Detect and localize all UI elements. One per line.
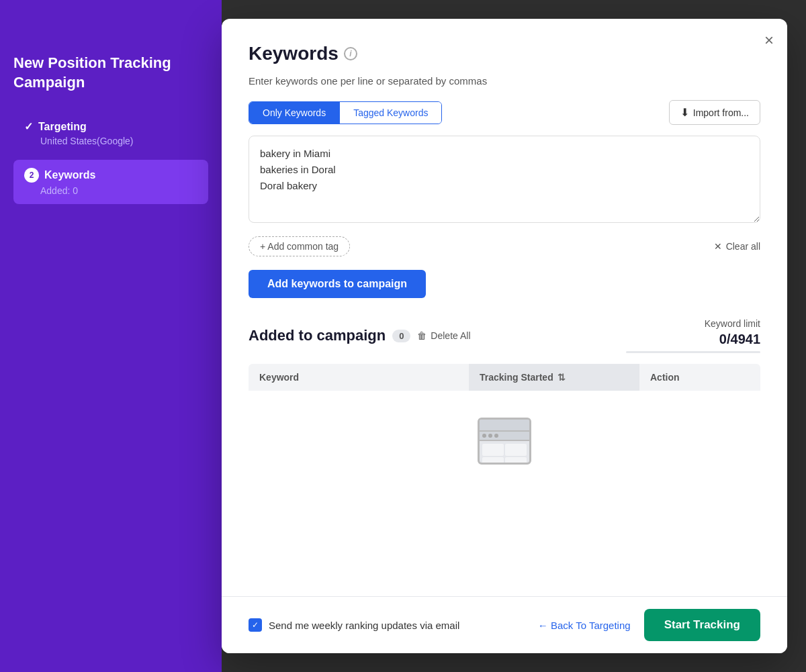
sidebar-title: New Position Tracking Campaign: [13, 54, 222, 92]
trash-icon: 🗑: [417, 330, 427, 341]
step-number: 2: [24, 168, 39, 183]
import-button[interactable]: ⬇ Import from...: [669, 100, 760, 125]
modal-body: Keywords i Enter keywords one per line o…: [222, 19, 787, 596]
import-label: Import from...: [693, 107, 749, 118]
count-badge: 0: [392, 330, 410, 342]
modal-footer: ✓ Send me weekly ranking updates via ema…: [222, 596, 787, 653]
keywords-textarea[interactable]: bakery in Miami bakeries in Doral Doral …: [249, 136, 760, 223]
clear-all-button[interactable]: ✕ Clear all: [714, 241, 760, 252]
add-keywords-button[interactable]: Add keywords to campaign: [249, 270, 426, 298]
sort-icon[interactable]: ⇅: [557, 372, 566, 383]
th-tracking[interactable]: Tracking Started ⇅: [469, 364, 639, 391]
added-section-header: Added to campaign 0 🗑 Delete All Keyword…: [249, 318, 760, 353]
checkbox-group: ✓ Send me weekly ranking updates via ema…: [249, 618, 459, 632]
sidebar-keywords-sub: Added: 0: [40, 185, 197, 196]
tab-only-keywords[interactable]: Only Keywords: [249, 102, 340, 124]
th-keyword: Keyword: [249, 364, 469, 391]
th-tracking-label: Tracking Started: [480, 372, 553, 383]
sidebar-targeting-sub: United States(Google): [40, 136, 197, 146]
added-title: Added to campaign: [249, 327, 386, 344]
sidebar-targeting-label: Targeting: [38, 121, 87, 133]
modal-subtitle: Enter keywords one per line or separated…: [249, 75, 760, 87]
limit-bar: [626, 351, 760, 353]
import-icon: ⬇: [680, 106, 689, 119]
modal: × Keywords i Enter keywords one per line…: [222, 19, 787, 653]
modal-title-text: Keywords: [249, 43, 339, 64]
back-to-targeting-button[interactable]: ← Back To Targeting: [538, 620, 631, 631]
tab-tagged-keywords[interactable]: Tagged Keywords: [340, 102, 441, 124]
clear-all-label: Clear all: [726, 241, 760, 252]
email-checkbox[interactable]: ✓: [249, 618, 262, 632]
sidebar-item-keywords[interactable]: 2 Keywords Added: 0: [13, 160, 208, 204]
add-tag-button[interactable]: + Add common tag: [249, 236, 350, 256]
keyword-limit-value: 0/4941: [719, 332, 760, 347]
sidebar-keywords-label: Keywords: [44, 169, 95, 181]
actions-row: + Add common tag ✕ Clear all: [249, 236, 760, 256]
info-icon[interactable]: i: [344, 47, 357, 60]
checkbox-label: Send me weekly ranking updates via email: [269, 620, 459, 631]
footer-nav: ← Back To Targeting Start Tracking: [538, 609, 760, 641]
modal-title-row: Keywords i: [249, 43, 760, 64]
delete-all-button[interactable]: 🗑 Delete All: [417, 330, 470, 341]
tabs-row: Only Keywords Tagged Keywords ⬇ Import f…: [249, 100, 760, 125]
tabs-group: Only Keywords Tagged Keywords: [249, 101, 442, 124]
added-title-group: Added to campaign 0 🗑 Delete All: [249, 327, 471, 344]
check-icon: ✓: [24, 120, 33, 133]
keyword-limit-label: Keyword limit: [705, 318, 760, 329]
th-action: Action: [639, 364, 760, 391]
sidebar-item-targeting[interactable]: ✓ Targeting United States(Google): [13, 112, 208, 154]
table-header: Keyword Tracking Started ⇅ Action: [249, 364, 760, 391]
keyword-limit-group: Keyword limit 0/4941: [626, 318, 760, 353]
sidebar: New Position Tracking Campaign ✓ Targeti…: [0, 0, 222, 672]
clear-x-icon: ✕: [714, 241, 722, 252]
delete-all-label: Delete All: [431, 330, 470, 341]
close-button[interactable]: ×: [764, 32, 774, 48]
empty-browser-icon: [478, 418, 531, 465]
start-tracking-button[interactable]: Start Tracking: [644, 609, 760, 641]
empty-state: [249, 391, 760, 491]
